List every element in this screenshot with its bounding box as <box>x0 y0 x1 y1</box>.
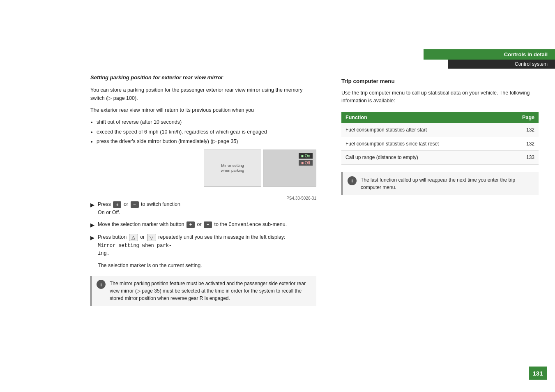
page-cell: 133 <box>505 151 539 165</box>
mirror-box-right: ■ On ■ Off <box>263 150 316 187</box>
info-box-left: i The mirror parking position feature mu… <box>90 276 316 306</box>
arrow-symbol: ▶ <box>90 201 94 209</box>
section-title: Setting parking position for exterior re… <box>90 74 316 81</box>
bullet-item: press the driver's side mirror button (i… <box>97 138 316 145</box>
arrow-symbol-2: ▶ <box>90 221 94 229</box>
table-row: Fuel consumption statistics after start … <box>341 123 539 137</box>
on-indicator: ■ On <box>299 153 313 159</box>
bullet-item: shift out of reverse (after 10 seconds) <box>97 118 316 126</box>
func-cell: Fuel consumption statistics since last r… <box>341 137 505 151</box>
minus-btn-icon: − <box>131 201 139 208</box>
para1: You can store a parking position for the… <box>90 86 316 102</box>
func-cell: Call up range (distance to empty) <box>341 151 505 165</box>
main-content: Setting parking position for exterior re… <box>0 74 555 392</box>
mirror-setting-code: Mirror setting when park-ing. <box>98 243 172 257</box>
page-number: 131 <box>529 367 547 380</box>
up-btn-icon: △ <box>129 234 138 241</box>
header-bar: Controls in detail Control system <box>382 49 555 69</box>
page-cell: 132 <box>505 137 539 151</box>
table-row: Call up range (distance to empty) 133 <box>341 151 539 165</box>
minus-btn-icon-2: − <box>204 221 212 228</box>
info-icon-right: i <box>348 176 357 185</box>
controls-in-detail-label: Controls in detail <box>424 49 555 60</box>
right-column: Trip computer menu Use the trip computer… <box>333 74 555 392</box>
press-updown-text: Press button △ or ▽ repeatedly until you… <box>98 233 316 258</box>
para2: The exterior rear view mirror will retur… <box>90 106 316 114</box>
page-cell: 132 <box>505 123 539 137</box>
table-row: Fuel consumption statistics since last r… <box>341 137 539 151</box>
press-switch-text: Press + or − to switch function On or Of… <box>98 201 316 217</box>
down-btn-icon: ▽ <box>147 234 156 241</box>
info-box-right: i The last function called up will reapp… <box>341 172 539 195</box>
arrow-move-marker: ▶ Move the selection marker with button … <box>90 221 316 229</box>
move-marker-text: Move the selection marker with button + … <box>98 221 316 229</box>
mirror-image-container: Mirror settingwhen parking ■ On ■ Off <box>204 150 316 187</box>
arrow-press-updown: ▶ Press button △ or ▽ repeatedly until y… <box>90 233 316 258</box>
function-table: Function Page Fuel consumption statistic… <box>341 112 539 165</box>
arrow-symbol-3: ▶ <box>90 234 94 242</box>
table-header-function: Function <box>341 112 505 123</box>
info-text-right: The last function called up will reappea… <box>361 176 534 191</box>
selection-marker-text: The selection marker is on the current s… <box>98 262 316 270</box>
mirror-image-wrapper: Mirror settingwhen parking ■ On ■ Off PS… <box>90 150 316 201</box>
arrow-press-switch: ▶ Press + or − to switch function On or … <box>90 201 316 217</box>
image-caption: PS4.30-5026-31 <box>286 196 316 201</box>
plus-btn-icon-2: + <box>187 221 195 228</box>
info-text-left: The mirror parking position feature must… <box>110 280 311 302</box>
bullet-item: exceed the speed of 6 mph (10 km/h), reg… <box>97 128 316 136</box>
mirror-box-left: Mirror settingwhen parking <box>204 150 261 187</box>
trip-body-text: Use the trip computer menu to call up st… <box>341 89 539 105</box>
func-cell: Fuel consumption statistics after start <box>341 123 505 137</box>
table-header-page: Page <box>505 112 539 123</box>
convenience-code: Convenience <box>228 222 261 228</box>
off-indicator: ■ Off <box>299 160 313 166</box>
left-column: Setting parking position for exterior re… <box>0 74 333 392</box>
control-system-label: Control system <box>448 60 555 69</box>
trip-computer-title: Trip computer menu <box>341 78 539 84</box>
info-icon-left: i <box>97 280 106 289</box>
plus-btn-icon: + <box>113 201 121 208</box>
bullet-list: shift out of reverse (after 10 seconds) … <box>97 118 316 145</box>
